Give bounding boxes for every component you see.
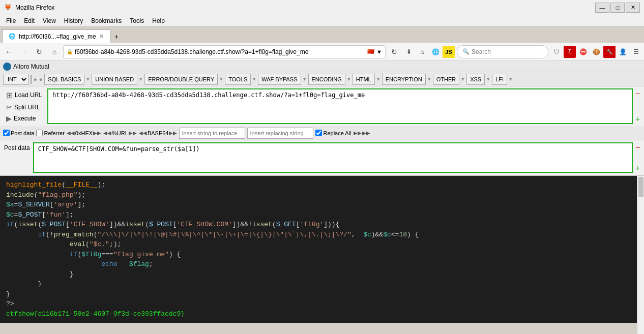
url-input[interactable] <box>75 48 365 55</box>
scrollbar-thumb[interactable] <box>638 177 643 197</box>
js-icon[interactable]: JS <box>443 46 455 58</box>
code-line-7 <box>6 240 70 248</box>
waf-bypass-btn[interactable]: WAF BYPASS <box>258 74 301 85</box>
replace-arrows-btn[interactable]: ▶▶ ▶▶ <box>354 130 370 136</box>
insert-replacing-string-input[interactable] <box>247 128 313 139</box>
home2-icon[interactable]: ⌂ <box>416 46 428 58</box>
execute-icon: ▶ <box>6 114 12 123</box>
code-line-5: if <box>6 221 14 228</box>
menu-edit[interactable]: Edit <box>20 16 39 25</box>
altoro-label: Altoro Mutual <box>13 63 49 70</box>
postdata-minus-icon[interactable]: − <box>636 143 640 151</box>
close-button[interactable]: ✕ <box>626 3 640 13</box>
new-tab-button[interactable]: + <box>110 31 123 43</box>
code-line-10: } <box>6 270 74 278</box>
browser-toolbar-icons: 🛡 Σ ⛔ 🍪 🔧 👤 ☰ <box>550 46 642 58</box>
code-line-2: include <box>6 191 34 199</box>
maximize-button[interactable]: □ <box>610 3 625 13</box>
post-data-checkbox[interactable] <box>3 130 10 136</box>
url-bar[interactable]: 🔒 🇨🇳 ▼ <box>63 45 386 58</box>
toolbar-icons: ⬇ ⌂ 🌐 JS <box>403 46 455 58</box>
int-select[interactable]: INT <box>3 74 28 85</box>
replace-all-checkbox[interactable] <box>315 130 322 136</box>
code-line-13: ?> <box>6 300 14 308</box>
postdata-input[interactable]: CTF_SHOW=&CTF[SHOW.COM=&fun=parse_str($a… <box>33 142 633 173</box>
search-bar[interactable]: 🔍 <box>457 45 548 58</box>
shield-icon[interactable]: 🛡 <box>550 46 563 58</box>
encoding-btn[interactable]: ENCODING <box>308 74 345 85</box>
firefox-icon: 🦊 <box>4 4 12 12</box>
minus-icon[interactable]: − <box>636 89 640 98</box>
titlebar: 🦊 Mozilla Firefox — □ ✕ <box>0 0 644 15</box>
menu-bookmarks[interactable]: Bookmarks <box>87 16 126 25</box>
menu-file[interactable]: File <box>2 16 20 25</box>
referrer-label: Referrer <box>44 130 64 136</box>
hackbar-right-icons: − + <box>636 88 640 124</box>
lfi-btn[interactable]: LFI <box>492 74 507 85</box>
code-line-9 <box>6 260 101 268</box>
menu-view[interactable]: View <box>39 16 60 25</box>
code-wrapper: highlight_file(__FILE__); include("flag.… <box>0 176 644 334</box>
code-line-3: $a <box>6 201 14 208</box>
split-url-icon: ✂ <box>6 103 12 111</box>
menu-tools[interactable]: Tools <box>126 16 148 25</box>
code-line-8 <box>6 251 70 258</box>
minimize-button[interactable]: — <box>595 3 609 13</box>
hackbar-sidebar: ⊞ Load URL ✂ Split URL ▶ Execute <box>4 88 44 124</box>
hackbar-container: INT ● ● SQL BASICS ▾ UNION BASED ▾ ERROR… <box>0 72 644 176</box>
addon1-icon[interactable]: Σ <box>564 46 576 58</box>
code-line-12: } <box>6 290 10 298</box>
refresh-button[interactable]: ↻ <box>33 45 46 58</box>
sql-basics-btn[interactable]: SQL BASICS <box>44 74 84 85</box>
addressbar: ← → ↻ ⌂ 🔒 🇨🇳 ▼ ↻ ⬇ ⌂ 🌐 JS 🔍 🛡 Σ ⛔ 🍪 🔧 👤 … <box>0 43 644 61</box>
menu-icon[interactable]: ☰ <box>630 46 642 58</box>
base64-encode-btn[interactable]: ◀◀ BASE64 ▶▶ <box>139 130 178 136</box>
referrer-checkbox-label[interactable]: Referrer <box>36 130 64 136</box>
execute-btn[interactable]: ▶ Execute <box>4 113 44 124</box>
tools-btn[interactable]: TOOLS <box>225 74 251 85</box>
ublock-icon[interactable]: ⛔ <box>577 46 589 58</box>
xss-btn[interactable]: XSS <box>466 74 485 85</box>
menubar: File Edit View History Bookmarks Tools H… <box>0 15 644 26</box>
code-line-1: highlight_file <box>6 181 62 189</box>
load-url-label: Load URL <box>15 92 42 99</box>
forward-button[interactable]: → <box>17 45 31 58</box>
hackbar-url-input[interactable]: http://f60f36bd-a84b-4268-93d5-cd35dda5d… <box>47 88 633 124</box>
postdata-label: Post data <box>4 142 30 173</box>
code-flag-line: ctfshow{d116b171-50e2-4607-9f3d-ce393ffa… <box>6 310 185 318</box>
referrer-checkbox[interactable] <box>36 130 43 136</box>
search-input[interactable] <box>472 48 548 55</box>
addon2-icon[interactable]: 🔧 <box>603 46 616 58</box>
tab-close-button[interactable]: ✕ <box>99 33 104 40</box>
load-url-btn[interactable]: ⊞ Load URL <box>4 89 44 101</box>
post-data-checkbox-label[interactable]: Post data <box>3 130 34 136</box>
code-line-4: $c <box>6 211 14 219</box>
back-button[interactable]: ← <box>2 45 15 58</box>
cookie-icon[interactable]: 🍪 <box>590 46 602 58</box>
home-button[interactable]: ⌂ <box>48 45 61 58</box>
globe-icon[interactable]: 🌐 <box>429 46 442 58</box>
url-encode-btn[interactable]: ◀◀ %URL ▶▶ <box>103 130 137 136</box>
url-encode-label: %URL <box>112 130 128 136</box>
menu-history[interactable]: History <box>60 16 87 25</box>
download-icon[interactable]: ⬇ <box>403 46 415 58</box>
error-double-query-btn[interactable]: ERROR/DOUBLE QUERY <box>144 74 218 85</box>
menu-help[interactable]: Help <box>148 16 169 25</box>
window-controls: — □ ✕ <box>595 3 640 13</box>
scrollbar[interactable] <box>637 176 644 334</box>
encryption-btn[interactable]: ENCRYPTION <box>382 74 426 85</box>
tab-label: http://f60f36...=flag_give_me <box>19 33 96 40</box>
union-based-btn[interactable]: UNION BASED <box>92 74 137 85</box>
split-url-btn[interactable]: ✂ Split URL <box>4 102 44 112</box>
postdata-plus-icon[interactable]: + <box>636 164 640 172</box>
tab-active[interactable]: 🌐 http://f60f36...=flag_give_me ✕ <box>2 29 110 43</box>
altoro-bar: Altoro Mutual <box>0 61 644 72</box>
0xhex-encode-btn[interactable]: ◀◀ 0xHEX ▶▶ <box>67 130 101 136</box>
insert-string-to-replace-input[interactable] <box>179 128 245 139</box>
plus-icon[interactable]: + <box>636 115 640 123</box>
replace-all-checkbox-label[interactable]: Replace All <box>315 130 351 136</box>
profile-icon[interactable]: 👤 <box>617 46 629 58</box>
other-btn[interactable]: OTHER <box>433 74 460 85</box>
html-btn[interactable]: HTML <box>353 74 375 85</box>
reload-button[interactable]: ↻ <box>388 45 401 58</box>
